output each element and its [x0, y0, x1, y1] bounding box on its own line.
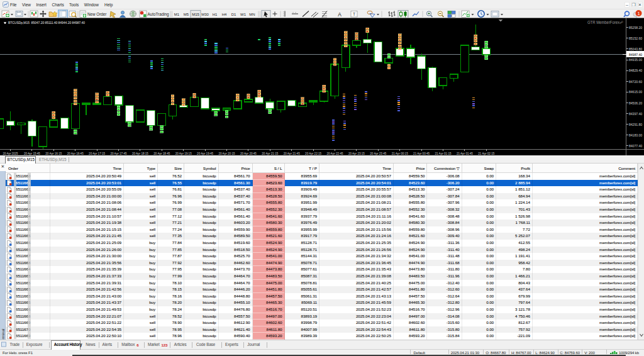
svg-text:84935.00: 84935.00 — [629, 58, 643, 62]
svg-text:GTR MemberForex☍: GTR MemberForex☍ — [587, 20, 623, 25]
svg-text:84506.20: 84506.20 — [629, 101, 643, 105]
svg-text:H4: H4 — [222, 13, 227, 16]
svg-text:1: 1 — [637, 11, 640, 16]
svg-text:84077.40: 84077.40 — [629, 144, 643, 148]
svg-text:85152.60: 85152.60 — [629, 36, 643, 40]
svg-text:84615.00: 84615.00 — [629, 90, 643, 94]
svg-text:MN: MN — [249, 13, 255, 16]
svg-text:M15: M15 — [192, 13, 199, 16]
svg-text:AutoTrading: AutoTrading — [148, 12, 170, 17]
svg-text:84291.80: 84291.80 — [629, 123, 643, 126]
svg-text:84829.40: 84829.40 — [629, 69, 643, 72]
svg-text:84720.60: 84720.60 — [629, 80, 643, 84]
svg-text:84397.40: 84397.40 — [629, 112, 643, 116]
svg-text:T: T — [353, 11, 356, 17]
svg-text:85043.80: 85043.80 — [629, 47, 643, 51]
svg-text:M1: M1 — [174, 13, 180, 16]
svg-text:H1: H1 — [213, 13, 218, 16]
svg-text:New Order: New Order — [87, 12, 106, 16]
svg-text:84183.00: 84183.00 — [629, 133, 643, 137]
svg-text:84987.40: 84987.40 — [629, 53, 643, 57]
svg-text:M5: M5 — [184, 13, 189, 16]
svg-text:BTCUSDp,M15 85047.20 85111.40: BTCUSDp,M15 85047.20 85111.40 84944.20 8… — [8, 20, 85, 25]
svg-text:85258.20: 85258.20 — [629, 26, 643, 30]
svg-text:A: A — [338, 11, 341, 18]
svg-text:W1: W1 — [240, 13, 247, 16]
svg-text:D1: D1 — [231, 13, 236, 16]
svg-text:M30: M30 — [201, 13, 209, 16]
